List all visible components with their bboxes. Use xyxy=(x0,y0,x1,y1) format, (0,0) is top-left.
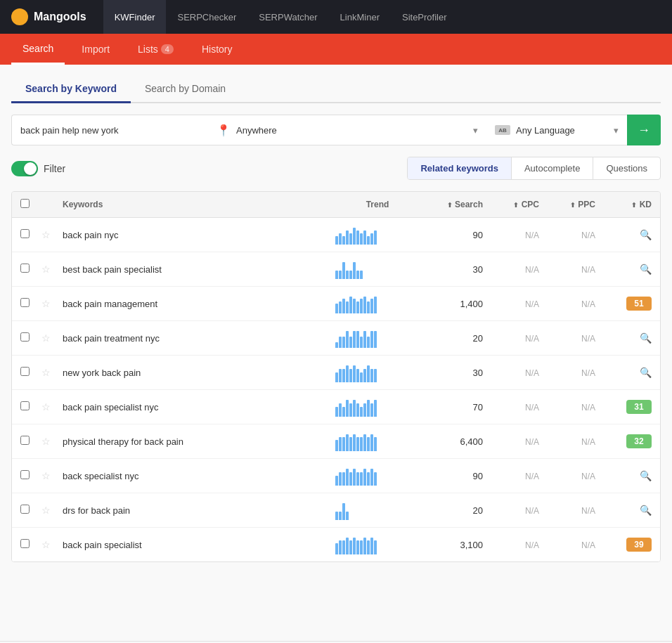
cpc-value: N/A xyxy=(525,230,539,240)
trend-bar xyxy=(349,271,352,279)
favorite-star-icon[interactable]: ☆ xyxy=(41,298,51,309)
row-checkbox-cell xyxy=(20,505,41,516)
trend-bar xyxy=(335,512,338,520)
row-checkbox[interactable] xyxy=(20,264,30,273)
trend-bar xyxy=(346,301,349,313)
keyword-type-tabs: Related keywords Autocomplete Questions xyxy=(407,157,661,180)
trend-bar xyxy=(342,262,345,279)
row-trend-cell xyxy=(335,397,420,417)
keyword-text: back pain specialist nyc xyxy=(63,402,159,413)
sec-nav-history[interactable]: History xyxy=(190,34,244,65)
row-checkbox[interactable] xyxy=(20,539,30,548)
favorite-star-icon[interactable]: ☆ xyxy=(41,505,51,516)
logo-icon xyxy=(11,8,28,25)
keyword-input[interactable] xyxy=(20,125,200,136)
keyword-text: back pain management xyxy=(63,299,157,309)
kd-cell: 32 xyxy=(595,434,652,448)
header-kd[interactable]: ⬆ KD xyxy=(595,200,652,209)
language-selector[interactable]: AB Any Language ▾ xyxy=(486,115,627,145)
row-ppc-cell: N/A xyxy=(539,368,595,378)
tab-related-keywords[interactable]: Related keywords xyxy=(408,157,512,179)
language-flag-icon: AB xyxy=(495,125,510,135)
table-body: ☆ back pain nyc 90 N/A N/A 🔍 ☆ xyxy=(12,218,660,561)
row-checkbox[interactable] xyxy=(20,470,30,479)
search-volume: 90 xyxy=(473,471,483,481)
row-checkbox-cell xyxy=(20,229,41,240)
row-star-cell: ☆ xyxy=(41,298,63,309)
header-cpc[interactable]: ⬆ CPC xyxy=(483,200,539,209)
trend-bar xyxy=(360,372,363,382)
kd-search-icon[interactable]: 🔍 xyxy=(640,505,652,516)
favorite-star-icon[interactable]: ☆ xyxy=(41,264,51,275)
favorite-star-icon[interactable]: ☆ xyxy=(41,470,51,481)
search-button[interactable]: → xyxy=(627,115,661,145)
nav-kwfinder[interactable]: KWFinder xyxy=(103,0,167,34)
search-bar: 📍 Anywhere ▾ AB Any Language ▾ → xyxy=(11,115,661,145)
favorite-star-icon[interactable]: ☆ xyxy=(41,367,51,378)
nav-serpwatcher[interactable]: SERPWatcher xyxy=(247,0,328,34)
row-star-cell: ☆ xyxy=(41,367,63,378)
kd-search-icon[interactable]: 🔍 xyxy=(640,332,652,344)
filter-toggle[interactable] xyxy=(11,161,38,176)
trend-bar xyxy=(349,369,352,382)
trend-bar xyxy=(370,331,373,348)
trend-bar xyxy=(342,236,345,245)
location-selector[interactable]: 📍 Anywhere ▾ xyxy=(208,115,486,145)
nav-serpchecker[interactable]: SERPChecker xyxy=(166,0,247,34)
search-volume: 70 xyxy=(473,402,483,413)
trend-bar xyxy=(353,434,356,451)
row-checkbox[interactable] xyxy=(20,367,30,376)
logo[interactable]: Mangools xyxy=(11,8,86,25)
trend-bar xyxy=(335,440,338,451)
cpc-value: N/A xyxy=(525,437,539,447)
kd-cell: 🔍 xyxy=(595,367,652,378)
kd-search-icon[interactable]: 🔍 xyxy=(640,264,652,275)
trend-bar xyxy=(339,472,342,486)
keyword-text: new york back pain xyxy=(63,368,141,378)
tab-search-keyword[interactable]: Search by Keyword xyxy=(11,76,131,103)
favorite-star-icon[interactable]: ☆ xyxy=(41,401,51,413)
ppc-value: N/A xyxy=(581,506,595,516)
kd-search-icon[interactable]: 🔍 xyxy=(640,470,652,481)
kd-search-icon[interactable]: 🔍 xyxy=(640,367,652,378)
row-checkbox[interactable] xyxy=(20,332,30,342)
trend-bar xyxy=(335,236,338,245)
tab-search-domain[interactable]: Search by Domain xyxy=(131,76,240,103)
table-header: Keywords Trend ⬆ Search ⬆ CPC ⬆ PPC ⬆ KD xyxy=(12,192,660,218)
tab-questions[interactable]: Questions xyxy=(593,157,660,179)
row-search-cell: 90 xyxy=(420,230,483,240)
favorite-star-icon[interactable]: ☆ xyxy=(41,539,51,550)
row-checkbox[interactable] xyxy=(20,436,30,445)
row-keyword-cell: back pain specialist xyxy=(63,540,335,550)
favorite-star-icon[interactable]: ☆ xyxy=(41,332,51,344)
row-checkbox[interactable] xyxy=(20,401,30,410)
favorite-star-icon[interactable]: ☆ xyxy=(41,229,51,240)
row-keyword-cell: back pain nyc xyxy=(63,230,335,240)
favorite-star-icon[interactable]: ☆ xyxy=(41,436,51,447)
select-all-checkbox[interactable] xyxy=(20,199,30,208)
trend-bar xyxy=(349,337,352,348)
kd-cell: 31 xyxy=(595,400,652,414)
row-checkbox[interactable] xyxy=(20,505,30,514)
trend-bar xyxy=(335,372,338,382)
tab-autocomplete[interactable]: Autocomplete xyxy=(512,157,594,179)
sec-nav-import[interactable]: Import xyxy=(70,34,121,65)
location-value: Anywhere xyxy=(236,125,467,136)
trend-bar xyxy=(374,400,377,417)
sec-nav-lists[interactable]: Lists 4 xyxy=(127,34,185,65)
cpc-sort-icon: ⬆ xyxy=(513,202,519,209)
trend-bar xyxy=(339,337,342,348)
search-volume: 20 xyxy=(473,333,483,344)
search-volume: 1,400 xyxy=(460,299,483,309)
nav-siteprofiler[interactable]: SiteProfiler xyxy=(391,0,458,34)
header-search[interactable]: ⬆ Search xyxy=(420,200,483,209)
trend-bar xyxy=(356,437,359,451)
nav-linkminer[interactable]: LinkMiner xyxy=(329,0,391,34)
header-check[interactable] xyxy=(20,199,41,210)
header-ppc[interactable]: ⬆ PPC xyxy=(539,200,595,209)
kd-search-icon[interactable]: 🔍 xyxy=(640,229,652,240)
header-keywords[interactable]: Keywords xyxy=(63,200,335,209)
sec-nav-search[interactable]: Search xyxy=(11,34,65,65)
row-checkbox[interactable] xyxy=(20,229,30,238)
row-checkbox[interactable] xyxy=(20,298,30,307)
